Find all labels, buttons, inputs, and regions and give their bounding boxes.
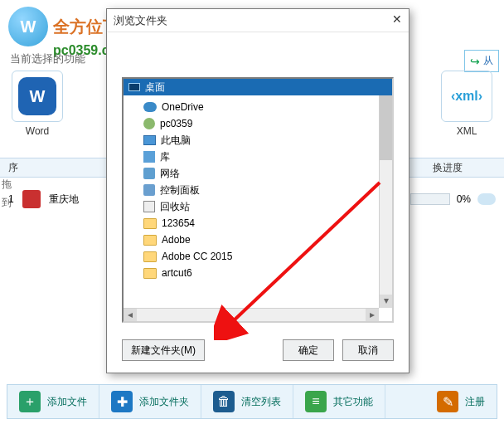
folder-tree: 桌面 OneDrive pc0359 此电脑 库 网络 控制面板 回收站 123… (122, 77, 394, 323)
add-file-label: 添加文件 (47, 395, 87, 409)
scroll-thumb[interactable] (380, 95, 392, 160)
tree-label: 网络 (160, 167, 180, 181)
tree-item-folder[interactable]: artcut6 (124, 265, 392, 281)
scroll-right-icon[interactable]: ▸ (366, 309, 379, 321)
tree-item-folder[interactable]: Adobe (124, 231, 392, 248)
word-icon: W (18, 77, 56, 115)
ok-button[interactable]: 确定 (283, 339, 334, 361)
format-xml[interactable]: ‹xml› XML (438, 71, 496, 137)
scrollbar-horizontal[interactable]: ◂ ▸ (124, 308, 379, 321)
dialog-title: 浏览文件夹 (107, 9, 409, 32)
tree-item-folder[interactable]: Adobe CC 2015 (124, 248, 392, 265)
library-icon (143, 151, 155, 163)
bottom-toolbar: ＋ 添加文件 ✚ 添加文件夹 🗑 清空列表 ≡ 其它功能 ✎ 注册 (7, 384, 497, 419)
add-folder-icon: ✚ (111, 391, 133, 412)
tree-label: pc0359 (160, 118, 192, 129)
recycle-icon (143, 201, 155, 212)
pc-icon (143, 135, 156, 145)
folder-icon (143, 251, 157, 262)
import-from-button[interactable]: ↪ 从 (464, 50, 499, 72)
user-icon (143, 118, 155, 129)
tree-label: Adobe CC 2015 (162, 251, 232, 262)
add-file-icon: ＋ (19, 391, 41, 412)
col-progress: 换进度 (433, 161, 463, 175)
new-folder-button[interactable]: 新建文件夹(M) (122, 339, 205, 361)
tree-label: 库 (160, 150, 170, 164)
tree-item-folder[interactable]: 123654 (124, 215, 392, 231)
col-index: 序 (8, 161, 33, 175)
format-xml-label: XML (438, 125, 496, 137)
format-word-label: Word (8, 125, 66, 137)
tree-item-network[interactable]: 网络 (124, 165, 392, 182)
tree-label: OneDrive (162, 101, 204, 113)
register-button[interactable]: ✎ 注册 (425, 385, 497, 418)
tree-label: 此电脑 (161, 134, 191, 148)
pdf-icon (22, 190, 41, 208)
list-icon: ≡ (305, 391, 327, 412)
tree-item-thispc[interactable]: 此电脑 (124, 132, 392, 149)
controlpanel-icon (143, 184, 155, 196)
desktop-icon (128, 83, 140, 91)
cloud-icon (477, 193, 496, 205)
arrow-right-icon: ↪ (470, 55, 480, 68)
tree-label: 回收站 (160, 200, 190, 214)
onedrive-icon (143, 102, 157, 112)
progress-value: 0% (457, 193, 471, 205)
progress-bar (410, 193, 450, 205)
import-from-label: 从 (483, 54, 493, 68)
dialog-buttons: 新建文件夹(M) 确定 取消 (122, 339, 394, 361)
scroll-left-icon[interactable]: ◂ (124, 309, 137, 321)
other-functions-label: 其它功能 (333, 395, 373, 409)
folder-icon (143, 218, 157, 229)
tree-item-recycle[interactable]: 回收站 (124, 198, 392, 215)
row-index: 1 (8, 193, 14, 205)
site-logo-icon: W (8, 7, 48, 46)
network-icon (143, 168, 155, 179)
tree-item-user[interactable]: pc0359 (124, 115, 392, 132)
tree-label: artcut6 (162, 267, 192, 279)
clear-list-button[interactable]: 🗑 清空列表 (201, 385, 293, 418)
clear-list-label: 清空列表 (241, 395, 281, 409)
register-label: 注册 (465, 395, 485, 409)
xml-icon: ‹xml› (451, 89, 482, 104)
add-folder-label: 添加文件夹 (139, 395, 189, 409)
cancel-button[interactable]: 取消 (342, 339, 394, 361)
tree-item-library[interactable]: 库 (124, 149, 392, 165)
tree-root-label: 桌面 (145, 80, 165, 95)
current-function-hint: 当前选择的功能 (10, 51, 85, 66)
add-folder-button[interactable]: ✚ 添加文件夹 (99, 385, 201, 418)
folder-icon (143, 268, 157, 279)
trash-icon: 🗑 (213, 391, 235, 412)
tree-list: OneDrive pc0359 此电脑 库 网络 控制面板 回收站 123654… (124, 95, 392, 285)
other-functions-button[interactable]: ≡ 其它功能 (293, 385, 385, 418)
folder-icon (143, 235, 157, 246)
scroll-down-icon[interactable]: ▾ (380, 295, 392, 308)
tree-label: 123654 (162, 217, 195, 229)
tree-root[interactable]: 桌面 (124, 79, 392, 95)
browse-folder-dialog: 浏览文件夹 ✕ 桌面 OneDrive pc0359 此电脑 库 网络 控制面板… (106, 8, 410, 373)
add-file-button[interactable]: ＋ 添加文件 (7, 385, 99, 418)
format-word[interactable]: W Word (8, 71, 66, 137)
close-icon[interactable]: ✕ (392, 12, 402, 26)
scrollbar-vertical[interactable]: ▾ (379, 95, 392, 308)
top-actions: ↪ 从 (464, 50, 499, 72)
row-filename: 重庆地 (49, 193, 79, 207)
tree-label: Adobe (162, 234, 191, 246)
tree-item-onedrive[interactable]: OneDrive (124, 99, 392, 115)
tree-item-controlpanel[interactable]: 控制面板 (124, 182, 392, 198)
key-icon: ✎ (437, 391, 458, 412)
tree-label: 控制面板 (160, 183, 200, 197)
